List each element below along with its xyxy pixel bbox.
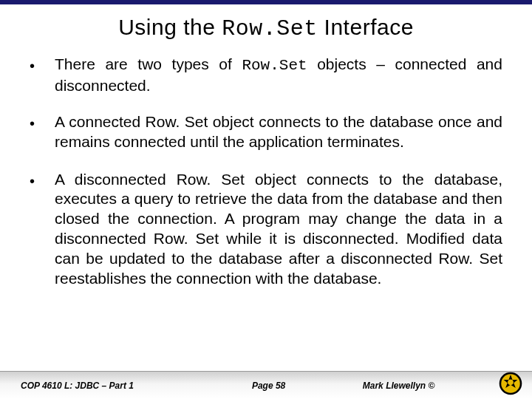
bullet-text-part: A disconnected Row. Set object connects … [55, 171, 502, 287]
bullet-item: • A disconnected Row. Set object connect… [30, 170, 502, 290]
content-area: • There are two types of Row.Set objects… [0, 49, 532, 290]
bullet-marker: • [30, 55, 55, 75]
footer-page: Page 58 [197, 381, 340, 391]
svg-point-2 [508, 379, 514, 385]
bullet-item: • There are two types of Row.Set objects… [30, 55, 502, 96]
bullet-text-part: There are two types of [55, 55, 242, 72]
slide-title: Using the Row.Set Interface [0, 4, 532, 49]
title-mono: Row.Set [222, 16, 318, 41]
bullet-text-part: A connected Row. Set object connects to … [55, 113, 502, 150]
title-suffix: Interface [318, 15, 414, 39]
footer: COP 4610 L: JDBC – Part 1 Page 58 Mark L… [0, 371, 532, 399]
footer-course: COP 4610 L: JDBC – Part 1 [0, 381, 197, 391]
bullet-item: • A connected Row. Set object connects t… [30, 112, 502, 154]
bullet-text-mono: Row.Set [242, 57, 307, 74]
title-prefix: Using the [118, 15, 222, 39]
ucf-logo-icon [498, 371, 523, 396]
bullet-marker: • [30, 170, 55, 191]
bullet-text: A disconnected Row. Set object connects … [55, 170, 502, 290]
slide: Using the Row.Set Interface • There are … [0, 0, 532, 399]
bullet-text: There are two types of Row.Set objects –… [55, 55, 502, 96]
bullet-marker: • [30, 112, 55, 133]
bullet-text: A connected Row. Set object connects to … [55, 112, 502, 154]
